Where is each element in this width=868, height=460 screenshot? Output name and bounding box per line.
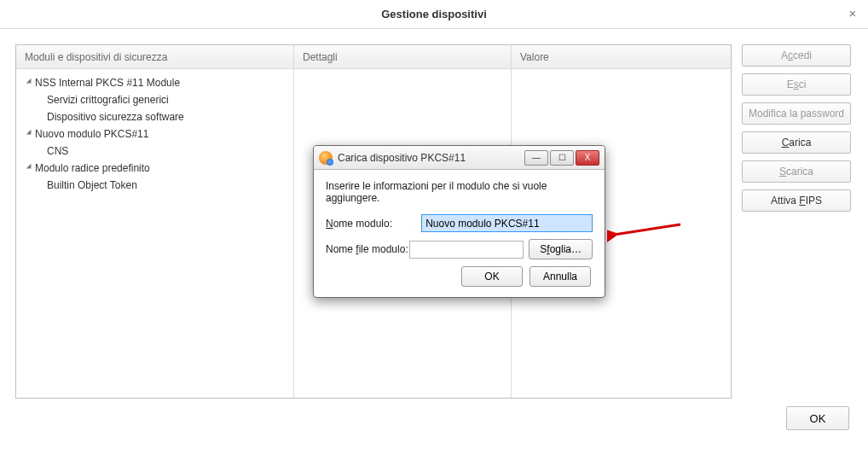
tree-item-label: Dispositivo sicurezza software <box>47 111 184 123</box>
tree-item-label: Servizi crittografici generici <box>47 94 169 106</box>
unload-button[interactable]: Scarica <box>742 160 851 183</box>
dialog-instruction: Inserire le informazioni per il modulo c… <box>326 180 593 204</box>
module-name-input[interactable] <box>421 214 593 232</box>
fips-button[interactable]: Attiva FIPS <box>742 189 851 212</box>
modules-column: Moduli e dispositivi di sicurezza NSS In… <box>16 45 294 398</box>
tree-item-label: Builtin Object Token <box>47 179 137 191</box>
dialog-ok-button[interactable]: OK <box>461 266 523 287</box>
tree-item-label: NSS Internal PKCS #11 Module <box>35 77 180 89</box>
change-password-button[interactable]: Modifica la password <box>742 102 851 125</box>
modules-tree: NSS Internal PKCS #11 Module Servizi cri… <box>16 69 293 199</box>
module-file-input[interactable] <box>409 241 524 259</box>
modules-header: Moduli e dispositivi di sicurezza <box>16 45 293 69</box>
maximize-icon[interactable]: ☐ <box>550 150 574 166</box>
tree-item[interactable]: Dispositivo sicurezza software <box>16 108 293 125</box>
expand-icon[interactable] <box>28 128 35 135</box>
tree-item[interactable]: Servizi crittografici generici <box>16 91 293 108</box>
main-ok-button[interactable]: OK <box>786 406 849 430</box>
tree-item[interactable]: Modulo radice predefinito <box>16 160 293 177</box>
login-button[interactable]: Accedi <box>742 44 851 67</box>
value-header: Valore <box>512 45 731 69</box>
tree-item[interactable]: CNS <box>16 143 293 160</box>
tree-item[interactable]: Nuovo modulo PKCS#11 <box>16 125 293 143</box>
tree-item-label: CNS <box>47 145 68 157</box>
dialog-cancel-button[interactable]: Annulla <box>529 266 591 287</box>
tree-item-label: Nuovo modulo PKCS#11 <box>35 128 148 140</box>
browse-button[interactable]: Sfoglia… <box>529 239 593 259</box>
close-icon[interactable]: × <box>844 5 861 22</box>
details-header: Dettagli <box>294 45 511 69</box>
minimize-icon[interactable]: — <box>524 150 548 166</box>
dialog-title: Carica dispositivo PKCS#11 <box>338 152 524 164</box>
load-device-dialog: Carica dispositivo PKCS#11 — ☐ X Inserir… <box>313 145 605 298</box>
firefox-icon <box>319 151 333 165</box>
module-file-label: Nome file modulo: <box>326 243 409 255</box>
logout-button[interactable]: Esci <box>742 73 851 96</box>
close-icon[interactable]: X <box>576 150 599 166</box>
expand-icon[interactable] <box>28 162 35 169</box>
module-name-label: Nome modulo: <box>326 218 421 230</box>
tree-item-label: Modulo radice predefinito <box>35 162 150 174</box>
tree-item[interactable]: Builtin Object Token <box>16 177 293 194</box>
action-sidebar: Accedi Esci Modifica la password Carica … <box>742 44 851 218</box>
expand-icon[interactable] <box>28 77 35 84</box>
window-title: Gestione dispositivi <box>381 8 487 20</box>
load-button[interactable]: Carica <box>742 131 851 154</box>
tree-item[interactable]: NSS Internal PKCS #11 Module <box>16 74 293 91</box>
